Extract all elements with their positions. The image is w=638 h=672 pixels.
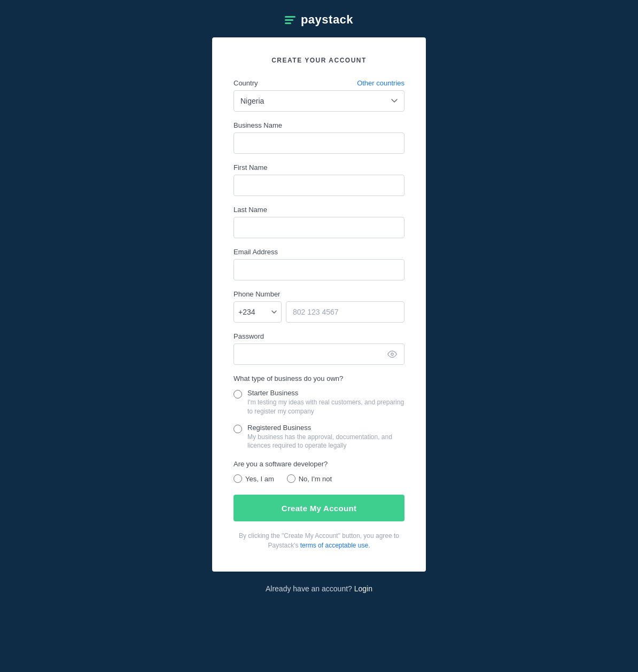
other-countries-link[interactable]: Other countries [357,79,404,87]
email-field-header: Email Address [234,248,404,256]
page-header: paystack [0,0,638,37]
eye-icon [387,349,397,359]
registered-business-option[interactable]: Registered Business My business has the … [234,424,404,451]
svg-point-0 [391,353,394,356]
starter-business-desc: I'm testing my ideas with real customers… [247,398,404,416]
country-label: Country [234,79,258,87]
business-name-label: Business Name [234,121,282,129]
business-type-question: What type of business do you own? [234,374,404,382]
developer-no-radio[interactable] [287,474,295,483]
registered-business-title: Registered Business [247,424,404,432]
phone-label: Phone Number [234,290,280,298]
starter-business-label-group: Starter Business I'm testing my ideas wi… [247,389,404,416]
paystack-logo-icon [285,16,295,24]
starter-business-option[interactable]: Starter Business I'm testing my ideas wi… [234,389,404,416]
last-name-field-header: Last Name [234,206,404,214]
registered-business-desc: My business has the approval, documentat… [247,433,404,451]
business-name-field-group: Business Name [234,121,404,154]
last-name-label: Last Name [234,206,267,214]
last-name-field-group: Last Name [234,206,404,238]
password-label: Password [234,332,264,340]
phone-code-select[interactable]: +234 +233 +254 +27 [234,301,282,323]
password-wrapper [234,343,404,365]
registered-business-label-group: Registered Business My business has the … [247,424,404,451]
last-name-input[interactable] [234,217,404,238]
form-title: CREATE YOUR ACCOUNT [234,57,404,64]
password-field-group: Password [234,332,404,365]
developer-radio-row: Yes, I am No, I'm not [234,474,404,483]
developer-yes-radio[interactable] [234,474,242,483]
email-input[interactable] [234,259,404,280]
terms-link[interactable]: terms of acceptable use. [300,542,370,549]
first-name-field-header: First Name [234,163,404,171]
first-name-field-group: First Name [234,163,404,196]
phone-field-row: +234 +233 +254 +27 [234,301,404,323]
login-text: Already have an account? [266,584,352,593]
developer-yes-option[interactable]: Yes, I am [234,474,274,483]
phone-field-header: Phone Number [234,290,404,298]
password-field-header: Password [234,332,404,340]
developer-question: Are you a software developer? [234,460,404,468]
login-link[interactable]: Login [354,584,372,593]
registration-form-card: CREATE YOUR ACCOUNT Country Other countr… [212,37,426,572]
password-input[interactable] [234,343,404,365]
starter-business-radio[interactable] [234,390,242,398]
developer-no-option[interactable]: No, I'm not [287,474,332,483]
terms-text: By clicking the "Create My Account" butt… [234,531,404,550]
starter-business-title: Starter Business [247,389,404,397]
country-field-group: Country Other countries Nigeria Ghana Ke… [234,79,404,112]
logo: paystack [285,13,353,27]
email-label: Email Address [234,248,278,256]
first-name-label: First Name [234,163,268,171]
developer-no-label[interactable]: No, I'm not [299,475,332,483]
registered-business-radio[interactable] [234,425,242,433]
country-select[interactable]: Nigeria Ghana Kenya South Africa [234,90,404,112]
toggle-password-button[interactable] [385,347,399,361]
business-name-input[interactable] [234,132,404,154]
developer-yes-label[interactable]: Yes, I am [245,475,274,483]
create-account-button[interactable]: Create My Account [234,495,404,521]
phone-number-input[interactable] [286,301,404,323]
first-name-input[interactable] [234,175,404,196]
country-field-header: Country Other countries [234,79,404,87]
business-type-section: What type of business do you own? Starte… [234,374,404,450]
developer-section: Are you a software developer? Yes, I am … [234,460,404,483]
email-field-group: Email Address [234,248,404,280]
business-name-field-header: Business Name [234,121,404,129]
login-row: Already have an account? Login [266,584,372,593]
phone-field-group: Phone Number +234 +233 +254 +27 [234,290,404,323]
logo-text: paystack [301,13,353,27]
